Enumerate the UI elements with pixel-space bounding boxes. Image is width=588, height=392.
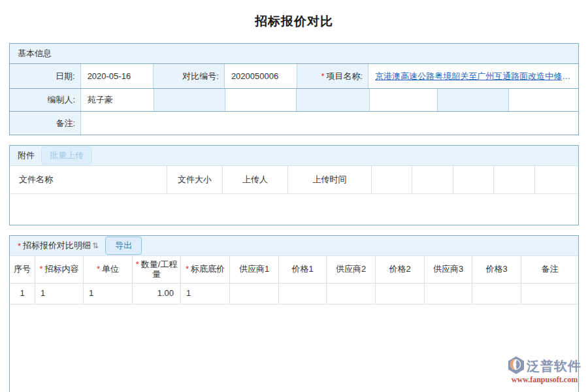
batch-upload-button[interactable]: 批量上传 <box>41 146 92 165</box>
attachments-table-header: 文件名称 文件大小 上传人 上传时间 <box>10 166 578 194</box>
project-name-link[interactable]: 京港澳高速公路粤境韶关至广州互通路面改造中修工程 <box>375 71 578 82</box>
col-supplier2: 供应商2 <box>327 256 376 283</box>
basic-info-row-3: 备注: <box>10 112 578 135</box>
cell-bid-content: 1 <box>35 284 84 304</box>
bid-quote-comparison-page: 招标报价对比 基本信息 日期: 2020-05-16 对比编号: 2020050… <box>0 0 588 392</box>
attachments-section: 附件 批量上传 文件名称 文件大小 上传人 上传时间 <box>9 145 579 225</box>
required-asterisk: * <box>18 241 21 251</box>
col-supplier3: 供应商3 <box>425 256 472 283</box>
col-price2: 价格2 <box>376 256 425 283</box>
col-base-price: *标底底价 <box>181 256 230 283</box>
empty-cell <box>297 89 370 111</box>
attachment-col-uploadtime: 上传时间 <box>288 166 372 193</box>
compare-no-value: 2020050006 <box>225 64 297 88</box>
cell-seq: 1 <box>10 284 35 304</box>
col-price1: 价格1 <box>279 256 327 283</box>
date-label: 日期: <box>10 64 81 88</box>
empty-cell <box>438 89 509 111</box>
attachment-col-uploader: 上传人 <box>223 166 288 193</box>
cell-price3 <box>472 284 521 304</box>
col-bid-content: *招标内容 <box>35 256 84 283</box>
attachment-empty-column <box>494 166 535 193</box>
remarks-value <box>81 112 578 135</box>
cell-price2 <box>376 284 425 304</box>
attachment-col-filename: 文件名称 <box>10 166 167 193</box>
empty-cell <box>509 89 578 111</box>
cell-supplier1 <box>230 284 279 304</box>
detail-section-title: 招标报价对比明细 <box>23 240 91 252</box>
date-value: 2020-05-16 <box>81 64 154 88</box>
remarks-label: 备注: <box>10 112 81 135</box>
detail-table-row[interactable]: 1 1 1 1.00 1 <box>10 284 578 304</box>
fanpu-logo-icon <box>508 356 525 376</box>
page-title: 招标报价对比 <box>0 13 588 30</box>
fanpu-logo: 泛普软件 www.fanpusoft.com <box>508 356 581 385</box>
cell-remarks <box>521 284 578 304</box>
basic-info-section-title: 基本信息 <box>18 48 52 59</box>
required-asterisk: * <box>186 265 189 274</box>
col-supplier1: 供应商1 <box>230 256 279 283</box>
cell-quantity: 1.00 <box>133 284 181 304</box>
empty-cell <box>370 89 438 111</box>
empty-cell <box>225 89 297 111</box>
attachments-section-title: 附件 <box>18 150 35 161</box>
detail-table-header: 序号 *招标内容 *单位 *数量/工程量 *标底底价 供应商1 价格1 供应商2… <box>10 256 578 284</box>
compiler-value: 苑子豪 <box>81 89 154 111</box>
detail-section: * 招标报价对比明细 ⇅ 导出 序号 *招标内容 *单位 *数量/工程量 *标底… <box>9 235 579 392</box>
detail-section-header: * 招标报价对比明细 ⇅ 导出 <box>10 236 578 256</box>
basic-info-section-header: 基本信息 <box>10 44 578 64</box>
fanpu-logo-url: www.fanpusoft.com <box>508 375 581 385</box>
sort-toggle-icon[interactable]: ⇅ <box>92 241 99 250</box>
col-seq: 序号 <box>10 256 35 283</box>
required-asterisk: * <box>97 265 100 274</box>
fanpu-logo-brand: 泛普软件 <box>527 357 581 375</box>
attachment-empty-column <box>535 166 578 193</box>
basic-info-row-2: 编制人: 苑子豪 <box>10 89 578 112</box>
cell-supplier2 <box>327 284 376 304</box>
attachment-empty-column <box>412 166 453 193</box>
required-asterisk: * <box>39 265 42 274</box>
empty-cell <box>154 89 225 111</box>
attachment-empty-column <box>372 166 412 193</box>
cell-base-price: 1 <box>181 284 230 304</box>
project-name-label: * 项目名称: <box>297 64 369 88</box>
export-button[interactable]: 导出 <box>105 237 142 255</box>
col-price3: 价格3 <box>472 256 521 283</box>
col-unit: *单位 <box>84 256 133 283</box>
detail-section-title-wrap: * 招标报价对比明细 ⇅ <box>18 240 99 252</box>
cell-price1 <box>279 284 327 304</box>
required-asterisk: * <box>321 71 324 81</box>
compiler-label: 编制人: <box>10 89 81 111</box>
col-quantity: *数量/工程量 <box>133 256 181 283</box>
required-asterisk: * <box>136 259 139 269</box>
cell-unit: 1 <box>84 284 133 304</box>
project-name-value: 京港澳高速公路粤境韶关至广州互通路面改造中修工程 <box>368 64 578 88</box>
cell-supplier3 <box>425 284 472 304</box>
col-remarks: 备注 <box>521 256 578 283</box>
basic-info-row-1: 日期: 2020-05-16 对比编号: 2020050006 * 项目名称: … <box>10 64 578 89</box>
compare-no-label: 对比编号: <box>154 64 225 88</box>
attachment-empty-column <box>453 166 494 193</box>
attachment-col-filesize: 文件大小 <box>167 166 223 193</box>
basic-info-section: 基本信息 日期: 2020-05-16 对比编号: 2020050006 * 项… <box>9 43 579 135</box>
attachments-section-header: 附件 批量上传 <box>10 146 578 166</box>
